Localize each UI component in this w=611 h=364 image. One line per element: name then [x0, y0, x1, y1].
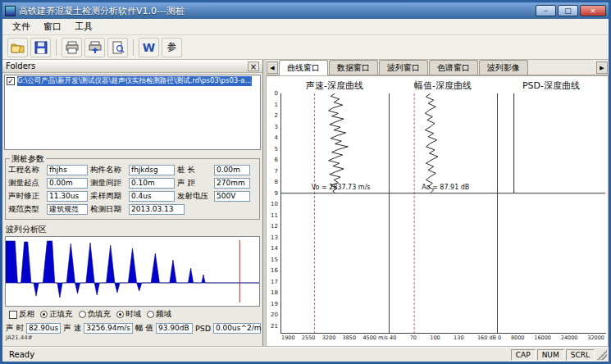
x-tick-label: 32000	[587, 334, 604, 341]
depth-tick-label: 0	[275, 91, 278, 97]
param-input-spec-type[interactable]: 建筑规范	[47, 204, 88, 215]
param-input-time-correction[interactable]: 11.30us	[47, 191, 88, 202]
param-label-project: 工程名称	[8, 165, 44, 175]
caps-lock-indicator: CAP	[511, 349, 536, 361]
title-bar[interactable]: 高铁建养混凝土检测分析软件V1.0---测桩 – □ ×	[2, 2, 609, 19]
depth-tick-label: 4	[275, 135, 278, 141]
close-folders-button[interactable]: ×	[248, 61, 259, 71]
param-input-pile-length[interactable]: 0.00m	[214, 165, 250, 175]
depth-tick-label: 9	[275, 191, 278, 197]
param-label-spec-type: 规范类型	[8, 204, 44, 215]
depth-axis: 0123456789101112131415161718192021	[268, 93, 280, 333]
depth-tick-label: 8	[275, 180, 278, 185]
file-list-item[interactable]: ✓ G:\公司产品\新开发\测试仪器\超声仪实拍检测路径\测试.rd\ps03\…	[5, 75, 260, 87]
param-input-voltage[interactable]: 500V	[214, 191, 250, 202]
close-button[interactable]: ×	[580, 5, 606, 16]
tab-spectrum-window[interactable]: 色谱窗口	[429, 60, 478, 75]
sound-speed-label: 声 速	[63, 323, 81, 334]
positive-fill-radio[interactable]: 正填充	[40, 309, 73, 320]
depth-tick-label: 10	[271, 202, 278, 207]
x-tick-label: 160 dB	[477, 334, 496, 341]
param-input-interval[interactable]: 0.10m	[129, 178, 175, 189]
negative-fill-radio[interactable]: 负填充	[79, 309, 112, 320]
psd-value: 0.00us^2/m	[213, 323, 261, 334]
x-tick-label: 3850	[343, 334, 357, 341]
amplitude-x-ticks: 4070100130160 dB	[389, 334, 497, 341]
velocity-x-ticks: 19002550320038504500 m/s	[280, 334, 389, 341]
chart-plots: Vo = 2837.73 m/s Ao = 87.91 dB	[280, 93, 606, 334]
open-file-button[interactable]	[7, 38, 28, 57]
checkbox-checked-icon[interactable]: ✓	[7, 77, 15, 85]
psd-depth-plot[interactable]	[497, 93, 605, 333]
depth-tick-label: 11	[271, 213, 278, 219]
resize-grip[interactable]	[597, 350, 607, 360]
freq-domain-radio[interactable]: 频域	[147, 309, 171, 320]
print-setup-button[interactable]	[84, 38, 105, 57]
param-input-start[interactable]: 0.00m	[47, 178, 88, 189]
velocity-depth-plot[interactable]: Vo = 2837.73 m/s	[280, 93, 389, 333]
amplitude-depth-plot[interactable]: Ao = 87.91 dB	[389, 93, 497, 333]
radio-on-icon	[116, 311, 124, 318]
chart-panel: ◀ 曲线窗口 数据窗口 波列窗口 色谱窗口 波列影像 ▶ 声速-深度曲线 幅值-…	[266, 60, 609, 347]
app-icon	[5, 6, 16, 16]
minimize-button[interactable]: –	[536, 5, 556, 16]
depth-tick-label: 2	[275, 113, 278, 119]
depth-tick-label: 17	[271, 280, 278, 285]
psd-plot-svg	[498, 93, 605, 333]
print-button[interactable]	[62, 38, 82, 57]
tab-scroll-right-icon[interactable]: ▶	[596, 61, 608, 74]
param-label-start: 测量起点	[8, 178, 44, 189]
toolbar-separator	[56, 39, 57, 56]
param-label-pile-length: 桩 长	[177, 165, 212, 175]
word-icon: W	[143, 41, 155, 54]
waveform-path	[6, 241, 259, 298]
menu-bar: 文件 窗口 工具	[2, 19, 609, 35]
x-tick-label: 2550	[302, 334, 316, 341]
psd-label: PSD	[195, 324, 211, 333]
pile-params-group: 测桩参数 工程名称 fhjhs 构件名称 fhjkdsg 桩 长 0.00m 测…	[5, 158, 260, 220]
reference-button[interactable]: 参	[162, 38, 182, 57]
time-domain-radio[interactable]: 时域	[116, 309, 141, 320]
velocity-plot-svg	[281, 93, 389, 333]
psd-chart-title: PSD-深度曲线	[497, 80, 605, 92]
tab-scroll-left-icon[interactable]: ◀	[267, 61, 278, 74]
num-lock-indicator: NUM	[537, 349, 564, 361]
x-tick-label: 16000	[534, 334, 551, 341]
depth-tick-label: 12	[271, 224, 278, 230]
status-bar: Ready CAP NUM SCRL	[2, 347, 609, 362]
save-icon	[34, 41, 48, 54]
print-preview-button[interactable]	[107, 38, 128, 57]
x-tick-label: 4500 m/s	[362, 334, 388, 341]
x-tick-label: 3200	[322, 334, 336, 341]
sound-time-label: 声 时	[6, 323, 24, 334]
param-input-test-date[interactable]: 2013.03.13	[129, 204, 185, 215]
x-tick-label: 130	[454, 334, 463, 341]
menu-file[interactable]: 文件	[6, 19, 37, 34]
menu-window[interactable]: 窗口	[37, 19, 68, 34]
amplitude-plot-svg	[390, 93, 497, 333]
save-button[interactable]	[30, 38, 51, 57]
menu-tools[interactable]: 工具	[68, 19, 99, 34]
tab-bar: ◀ 曲线窗口 数据窗口 波列窗口 色谱窗口 波列影像 ▶	[266, 60, 609, 75]
param-input-component[interactable]: fhjkdsg	[129, 165, 175, 175]
x-tick-label: 100	[430, 334, 440, 341]
maximize-button[interactable]: □	[558, 5, 578, 16]
toolbar: W 参	[2, 35, 609, 60]
tab-wave-window[interactable]: 波列窗口	[379, 60, 428, 75]
tab-wave-image[interactable]: 波列影像	[479, 60, 528, 75]
waveform-plot	[6, 237, 259, 306]
sidebar-note: JA21.44#	[2, 334, 262, 341]
param-input-sample-period[interactable]: 0.4us	[129, 191, 175, 202]
time-domain-label: 时域	[125, 309, 141, 320]
param-label-component: 构件名称	[90, 165, 126, 175]
selected-file-path: G:\公司产品\新开发\测试仪器\超声仪实拍检测路径\测试.rd\ps03\ps…	[17, 76, 252, 86]
radio-off-icon	[147, 311, 154, 318]
waveform-display[interactable]	[5, 236, 260, 307]
invert-checkbox[interactable]: 反相	[9, 309, 34, 320]
tab-curve-window[interactable]: 曲线窗口	[279, 60, 328, 75]
param-input-distance[interactable]: 270mm	[214, 178, 250, 189]
tab-data-window[interactable]: 数据窗口	[329, 60, 378, 75]
file-list[interactable]: ✓ G:\公司产品\新开发\测试仪器\超声仪实拍检测路径\测试.rd\ps03\…	[4, 75, 261, 150]
word-export-button[interactable]: W	[139, 38, 159, 57]
param-input-project[interactable]: fhjhs	[47, 165, 88, 175]
